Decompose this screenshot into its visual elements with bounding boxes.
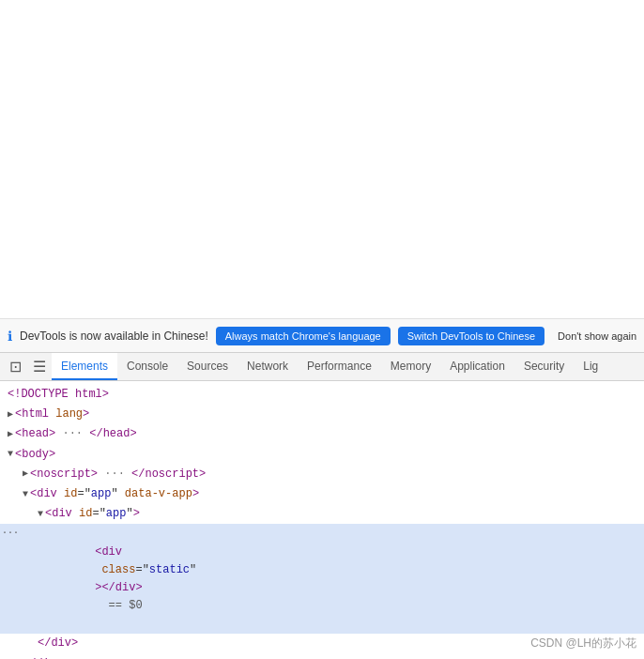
tab-application[interactable]: Application bbox=[440, 353, 514, 380]
notification-text: DevTools is now available in Chinese! bbox=[20, 330, 208, 343]
html-line-html: ▶ <html lang > bbox=[0, 405, 644, 424]
device-toolbar-icon[interactable]: ☰ bbox=[27, 358, 52, 375]
tab-elements[interactable]: Elements bbox=[52, 353, 117, 380]
browser-viewport bbox=[0, 0, 644, 319]
html-line-div-app-inner: ▼ <div id="app" > bbox=[0, 504, 644, 524]
devtools-notification-bar: ℹ DevTools is now available in Chinese! … bbox=[0, 319, 644, 353]
html-line-noscript: ▶ <noscript> ··· </noscript> bbox=[0, 465, 644, 484]
dont-show-again-button[interactable]: Don't show again bbox=[552, 327, 642, 345]
tab-security[interactable]: Security bbox=[514, 353, 574, 380]
expand-noscript-arrow[interactable]: ▶ bbox=[23, 467, 28, 482]
tab-more[interactable]: Lig bbox=[574, 353, 607, 380]
html-line-div-close-2: </div> bbox=[0, 654, 644, 659]
always-match-language-button[interactable]: Always match Chrome's language bbox=[216, 327, 391, 345]
devtools-tabs-bar: ⊡ ☰ Elements Console Sources Network Per… bbox=[0, 353, 644, 381]
tab-sources[interactable]: Sources bbox=[177, 353, 238, 380]
html-line-div-app: ▼ <div id="app" data-v-app > bbox=[0, 484, 644, 504]
expand-html-arrow[interactable]: ▶ bbox=[8, 407, 13, 422]
html-line-body-open: ▼ <body> bbox=[0, 445, 644, 465]
expand-div-inner-arrow[interactable]: ▼ bbox=[38, 507, 43, 522]
tab-performance[interactable]: Performance bbox=[298, 353, 381, 380]
expand-head-arrow[interactable]: ▶ bbox=[8, 427, 13, 442]
inspect-element-icon[interactable]: ⊡ bbox=[4, 358, 27, 375]
expand-body-arrow[interactable]: ▼ bbox=[8, 447, 13, 462]
watermark: CSDN @LH的苏小花 bbox=[530, 636, 636, 651]
tab-network[interactable]: Network bbox=[238, 353, 298, 380]
html-panel: <!DOCTYPE html> ▶ <html lang > ▶ <head> … bbox=[0, 381, 644, 659]
tab-console[interactable]: Console bbox=[117, 353, 177, 380]
dot-indicator: ··· bbox=[2, 526, 19, 541]
switch-devtools-to-chinese-button[interactable]: Switch DevTools to Chinese bbox=[398, 327, 544, 345]
html-line-selected[interactable]: ··· <div class="static" ></div> == $0 bbox=[0, 524, 644, 634]
expand-div-app-arrow[interactable]: ▼ bbox=[23, 487, 28, 502]
html-line-doctype: <!DOCTYPE html> bbox=[0, 385, 644, 405]
html-line-head: ▶ <head> ··· </head> bbox=[0, 424, 644, 444]
tab-memory[interactable]: Memory bbox=[381, 353, 440, 380]
info-icon: ℹ bbox=[8, 329, 12, 344]
